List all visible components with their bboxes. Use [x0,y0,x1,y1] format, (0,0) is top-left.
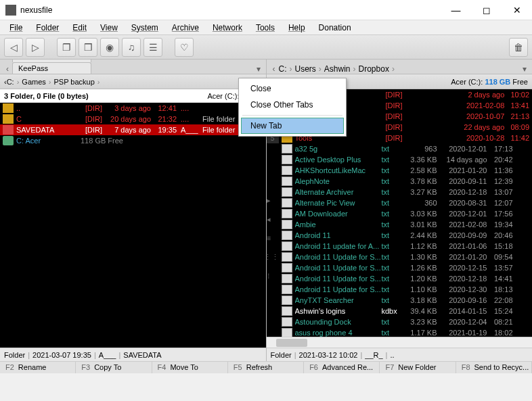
file-row[interactable]: AM Downloadertxt3.03 KB2020-12-0117:56 [279,208,533,219]
col-time: 13:57 [487,264,513,272]
file-name: Astounding Dock [295,318,382,326]
left-filelist[interactable]: ..[DIR]3 days ago12:41....C[DIR]20 days … [0,103,266,348]
fkey-key: F8 [462,363,470,371]
fkey-f7[interactable]: F7New Folder [380,362,456,373]
col-size: 3.18 KB [402,296,437,304]
col-size: 3.36 KB [402,156,437,164]
file-row[interactable]: Android 11 Update for S...txt1.26 KB2020… [279,262,533,273]
left-breadcrumb[interactable]: ‹ C:›Games›PSP backup› [0,74,266,89]
col-date: 7 days ago [102,126,151,134]
left-statusbar: Folder | 2021-03-07 19:35 | A___ | SAVED… [0,348,266,361]
back-icon[interactable]: ◁ [4,38,23,57]
tab-keepass[interactable]: KeePass [12,62,91,74]
trash-icon[interactable]: 🗑 [509,38,528,57]
ctx-close[interactable]: Close [241,80,344,97]
horizontal-scrollbar[interactable] [267,337,533,348]
heart-icon[interactable]: ♡ [175,38,194,57]
fkey-f8[interactable]: F8Send to Recyc... [456,362,532,373]
breadcrumb-seg[interactable]: Ashwin [324,64,351,74]
file-row[interactable]: AnyTXT Searchertxt3.18 KB2020-09-1622:08 [279,295,533,306]
minimize-button[interactable]: — [441,0,471,20]
tab-context-menu[interactable]: Close Close Other Tabs New Tab [238,78,347,137]
breadcrumb-seg[interactable]: C: [7,78,14,86]
file-row[interactable]: Ashwin's loginskdbx39.4 KB2014-01-1515:2… [279,306,533,316]
file-row[interactable]: Android 11 update for A...txt1.12 KB2021… [279,241,533,252]
file-row[interactable]: Active Desktop Plustxt3.36 KB14 days ago… [279,154,533,165]
window-icon[interactable]: ❒ [79,38,97,57]
file-row[interactable]: C[DIR]20 days ago21:32....File folder [0,114,266,124]
fkey-f2[interactable]: F2Rename [0,362,76,373]
camera-icon[interactable]: ◉ [100,38,119,57]
ctx-close-others[interactable]: Close Other Tabs [241,97,344,113]
fkey-f4[interactable]: F4Move To [152,362,228,373]
file-row[interactable]: Android 11 Update for S...txt1.10 KB2020… [279,284,533,295]
left-summary: 3 Folder, 0 File (0 bytes) Acer (C:): 11… [0,89,266,103]
file-row[interactable]: Alternate Archivertxt3.27 KB2020-12-1813… [279,187,533,197]
file-row[interactable]: Android 11txt2.44 KB2020-09-0920:46 [279,230,533,241]
menu-view[interactable]: View [93,22,125,34]
tab-scroll-left-icon[interactable]: ‹ [269,64,279,74]
file-row[interactable]: asus rog phone 4txt1.17 KB2021-01-1918:0… [279,327,533,337]
col-time: 19:35 [151,126,177,134]
file-row[interactable]: ..[DIR]3 days ago12:41.... [0,103,266,114]
menu-folder[interactable]: Folder [29,22,66,34]
col-attr: .... [177,115,200,123]
menu-donation[interactable]: Donation [312,22,358,34]
file-row[interactable]: a32 5gtxt9632020-12-0117:13 [279,143,533,154]
equalizer-icon[interactable]: ⋮⋮ [264,253,273,262]
copy-icon[interactable]: ❐ [57,38,76,57]
fkey-f6[interactable]: F6Advanced Re... [304,362,380,373]
file-row[interactable]: Astounding Docktxt3.23 KB2020-12-0408:21 [279,316,533,327]
menu-network[interactable]: Network [206,22,249,34]
dots-icon[interactable]: ⁝ [264,272,273,281]
menu-tools[interactable]: Tools [249,22,282,34]
tab-scroll-left-icon[interactable]: ‹ [3,64,12,74]
play-right-icon[interactable]: ▸ [264,196,273,206]
play-left-icon[interactable]: ◂ [264,215,273,225]
breadcrumb-seg[interactable]: Dropbox [359,64,389,74]
maximize-button[interactable]: ◻ [471,0,502,20]
bars-icon[interactable]: ≡ [264,234,273,243]
scroll-thumb[interactable] [276,339,307,347]
file-row[interactable]: Android 11 Update for S...txt1.30 KB2021… [279,252,533,262]
fkey-key: F6 [309,363,318,371]
menu-system[interactable]: System [125,22,165,34]
tab-menu-icon[interactable]: ▾ [254,64,263,74]
fkey-label: Refresh [246,363,273,371]
col-time: 10:02 [504,91,529,99]
file-row[interactable]: AHKShortcutLikeMactxt2.58 KB2021-01-2011… [279,165,533,176]
file-name: Alternate Archiver [295,188,382,196]
file-row[interactable]: Ambietxt3.01 KB2021-02-0819:34 [279,219,533,230]
left-summary-text: 3 Folder, 0 File (0 bytes) [4,92,89,100]
col-ext: txt [382,329,402,337]
view-icon[interactable]: ☰ [143,38,162,57]
file-row[interactable]: Android 11 Update for S...txt1.20 KB2020… [279,273,533,284]
col-time: 13:41 [504,101,529,110]
file-row[interactable]: SAVEDATA[DIR]7 days ago19:35A___File fol… [0,124,266,135]
close-button[interactable]: ✕ [502,0,532,20]
col-size: 3.03 KB [402,210,437,218]
breadcrumb-seg[interactable]: PSP backup [53,78,94,86]
forward-icon[interactable]: ▷ [26,38,45,57]
menu-help[interactable]: Help [282,22,312,34]
file-icon [282,144,292,154]
col-attr: A___ [177,126,200,134]
tab-menu-icon[interactable]: ▾ [520,64,529,74]
file-row[interactable]: C: Acer118 GB Free [0,135,266,146]
file-row[interactable]: AlephNotetxt3.78 KB2020-09-1112:39 [279,176,533,187]
ctx-new-tab[interactable]: New Tab [241,118,344,134]
file-icon [282,231,292,240]
menu-archive[interactable]: Archive [165,22,206,34]
fkey-f3[interactable]: F3Copy To [76,362,152,373]
col-dir: [DIR] [81,104,102,112]
file-row[interactable]: Alternate Pic Viewtxt3602020-08-3112:07 [279,197,533,208]
fkey-f5[interactable]: F5Refresh [228,362,304,373]
breadcrumb-seg[interactable]: Users [295,64,316,74]
breadcrumb-seg[interactable]: Games [22,78,45,86]
menu-edit[interactable]: Edit [66,22,93,34]
breadcrumb-seg[interactable]: C: [279,64,287,74]
col-time: 12:39 [487,177,513,185]
menu-file[interactable]: File [3,22,29,34]
col-date: 2021-02-08 [437,220,487,229]
music-icon[interactable]: ♫ [122,38,141,57]
